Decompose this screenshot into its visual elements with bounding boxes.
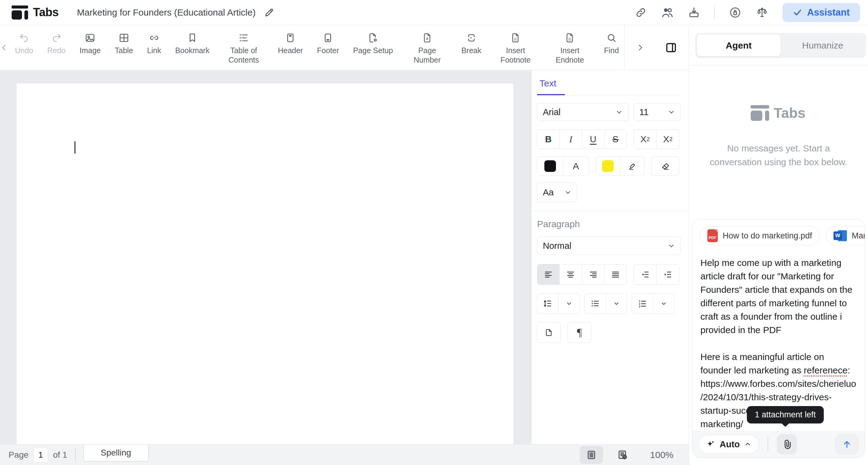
highlighter-button[interactable] xyxy=(620,157,645,176)
insert-footnote-button[interactable]: [i] Insert Footnote xyxy=(495,25,535,70)
subscript-button[interactable]: X2 xyxy=(656,130,679,149)
break-button[interactable]: Break xyxy=(461,25,481,70)
page-number-button[interactable]: # Page Number xyxy=(407,25,447,70)
paragraph-style-select[interactable]: Normal xyxy=(537,237,681,255)
chevron-down-icon xyxy=(660,300,667,307)
attachment-limit-tooltip: 1 attachment left xyxy=(747,406,824,424)
copy-format-button[interactable] xyxy=(537,322,561,343)
page-number-input[interactable]: 1 xyxy=(33,447,48,463)
model-mode-label: Auto xyxy=(720,439,740,450)
strikethrough-button[interactable]: S xyxy=(604,130,626,149)
assistant-button[interactable]: Assistant xyxy=(782,3,860,22)
undo-button[interactable]: Undo xyxy=(15,25,33,70)
message-input[interactable]: Help me come up with a marketing article… xyxy=(692,245,865,431)
find-button[interactable]: Find xyxy=(604,25,619,70)
rename-icon[interactable] xyxy=(264,7,275,18)
collaborators-icon[interactable] xyxy=(661,6,674,19)
legal-scale-icon[interactable] xyxy=(756,6,769,19)
underline-button[interactable]: U xyxy=(582,130,604,149)
text-color-button[interactable]: A xyxy=(563,157,589,176)
chevron-down-icon xyxy=(566,300,572,307)
privacy-lock-icon[interactable] xyxy=(729,6,742,19)
numbered-list-icon: 123 xyxy=(638,299,647,308)
chevron-down-icon xyxy=(564,189,571,196)
align-justify-button[interactable] xyxy=(604,265,626,284)
highlighter-icon xyxy=(628,161,637,171)
tab-agent[interactable]: Agent xyxy=(697,34,781,57)
numbered-list-button[interactable]: 123 xyxy=(632,293,653,314)
composer-divider xyxy=(768,437,768,451)
tab-humanize[interactable]: Humanize xyxy=(781,34,865,57)
align-right-button[interactable] xyxy=(582,265,604,284)
bullet-list-chevron[interactable] xyxy=(606,293,627,314)
highlight-color-swatch[interactable] xyxy=(596,157,620,176)
tabs-logo-icon xyxy=(11,5,28,20)
bookmark-icon xyxy=(187,32,198,44)
toolbar-scroll-left-icon[interactable] xyxy=(0,25,8,70)
footer-icon xyxy=(322,32,333,44)
download-icon[interactable] xyxy=(688,6,700,19)
send-button[interactable] xyxy=(835,434,859,454)
empty-state: Tabs No messages yet. Start a conversati… xyxy=(689,105,868,169)
panel-divider xyxy=(689,65,868,66)
message-composer[interactable]: PDF How to do marketing.pdf W Marketing … xyxy=(692,219,865,458)
web-view-button[interactable] xyxy=(611,446,634,464)
model-mode-button[interactable]: Auto xyxy=(699,435,759,454)
side-panel-toggle-icon[interactable] xyxy=(665,41,678,54)
attach-file-button[interactable] xyxy=(777,434,797,454)
header-button[interactable]: Header xyxy=(278,25,303,70)
italic-button[interactable]: I xyxy=(559,130,582,149)
statusbar-divider xyxy=(75,449,76,461)
bullet-list-button[interactable] xyxy=(585,293,606,314)
empty-state-text: No messages yet. Start a conversation us… xyxy=(702,142,855,169)
page-setup-button[interactable]: Page Setup xyxy=(353,25,393,70)
attachment-name: How to do marketing.pdf xyxy=(723,231,812,241)
panel-divider xyxy=(531,211,689,211)
spelling-button[interactable]: Spelling xyxy=(84,444,148,461)
line-spacing-icon xyxy=(543,299,552,308)
table-button[interactable]: Table xyxy=(115,25,133,70)
line-spacing-button[interactable] xyxy=(537,293,558,314)
superscript-button[interactable]: X2 xyxy=(634,130,656,149)
indent-icon xyxy=(663,270,672,279)
align-right-icon xyxy=(589,270,598,279)
assistant-label: Assistant xyxy=(807,7,850,18)
bookmark-button[interactable]: Bookmark xyxy=(175,25,210,70)
outdent-button[interactable] xyxy=(634,265,656,284)
show-formatting-marks-button[interactable]: ¶ xyxy=(567,322,591,343)
document-canvas[interactable] xyxy=(0,70,531,444)
text-case-select[interactable]: Aa xyxy=(537,183,577,202)
font-size-select[interactable]: 11 xyxy=(633,103,681,121)
numbered-list-chevron[interactable] xyxy=(653,293,675,314)
attachment-chip-doc[interactable]: W Marketing xyxy=(826,226,865,245)
attachment-chip-pdf[interactable]: PDF How to do marketing.pdf xyxy=(700,226,820,245)
page-view-button[interactable] xyxy=(580,446,603,464)
chevron-down-icon[interactable] xyxy=(112,463,120,465)
document-page[interactable] xyxy=(16,83,514,444)
web-view-icon xyxy=(617,450,628,460)
zoom-level[interactable]: 100% xyxy=(650,450,674,460)
toolbar-scroll-right-icon[interactable] xyxy=(636,43,645,52)
align-center-icon xyxy=(566,270,575,279)
text-color-swatch[interactable] xyxy=(537,157,563,176)
footer-button[interactable]: Footer xyxy=(317,25,339,70)
indent-button[interactable] xyxy=(656,265,679,284)
tab-text[interactable]: Text xyxy=(537,78,565,95)
chevron-down-icon[interactable] xyxy=(659,463,667,465)
share-link-icon[interactable] xyxy=(635,6,647,19)
undo-icon xyxy=(19,32,30,44)
line-spacing-chevron[interactable] xyxy=(558,293,580,314)
image-button[interactable]: Image xyxy=(80,25,101,70)
redo-button[interactable]: Redo xyxy=(47,25,66,70)
align-justify-icon xyxy=(611,270,620,279)
table-of-contents-button[interactable]: Table of Contents xyxy=(223,25,264,70)
insert-endnote-button[interactable]: [i] Insert Endnote xyxy=(550,25,590,70)
insert-link-button[interactable]: Link xyxy=(147,25,161,70)
page-break-icon xyxy=(466,32,477,44)
font-family-select[interactable]: Arial xyxy=(537,103,629,121)
align-left-button[interactable] xyxy=(537,265,559,284)
bold-button[interactable]: B xyxy=(537,130,559,149)
align-center-button[interactable] xyxy=(559,265,582,284)
clear-formatting-button[interactable] xyxy=(651,156,679,176)
page-number-icon: # xyxy=(422,32,433,44)
